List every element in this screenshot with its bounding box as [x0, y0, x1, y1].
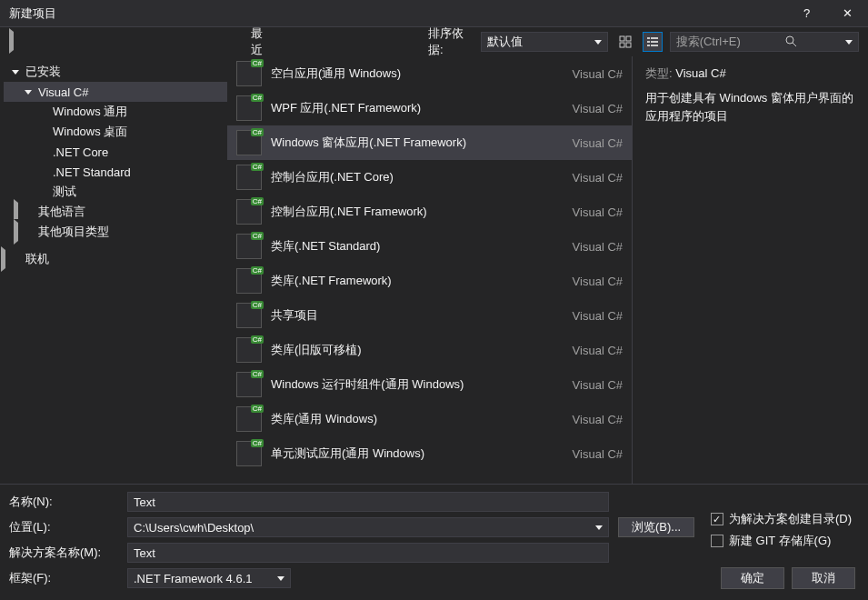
template-item[interactable]: 控制台应用(.NET Core)Visual C# [227, 160, 632, 195]
tree-child[interactable]: Windows 桌面 [4, 122, 227, 142]
sort-dropdown[interactable]: 默认值 [481, 32, 608, 52]
top-bar: 最近 排序依据: 默认值 搜索(Ctrl+E) [0, 27, 868, 56]
template-item[interactable]: WPF 应用(.NET Framework)Visual C# [227, 91, 632, 125]
template-item[interactable]: 类库(通用 Windows)Visual C# [227, 402, 632, 436]
template-item[interactable]: Windows 运行时组件(通用 Windows)Visual C# [227, 367, 632, 402]
help-button[interactable]: ? [786, 0, 827, 27]
template-lang: Visual C# [573, 275, 623, 288]
template-item[interactable]: Windows 窗体应用(.NET Framework)Visual C# [227, 125, 632, 160]
location-label: 位置(L): [9, 519, 127, 535]
template-name: Windows 窗体应用(.NET Framework) [271, 135, 564, 151]
tree-child[interactable]: Windows 通用 [4, 102, 227, 122]
template-item[interactable]: 单元测试应用(通用 Windows)Visual C# [227, 436, 632, 471]
title-bar: 新建项目 ? ✕ [0, 0, 868, 27]
tree-installed[interactable]: 已安装 [4, 62, 227, 82]
solution-label: 解决方案名称(M): [9, 545, 127, 561]
template-name: Windows 运行时组件(通用 Windows) [271, 376, 564, 393]
tree-other-type[interactable]: 其他项目类型 [4, 222, 227, 242]
template-item[interactable]: 共享项目Visual C# [227, 298, 632, 333]
template-icon [236, 165, 262, 190]
template-icon [236, 130, 262, 155]
template-icon [236, 199, 262, 225]
tree-child[interactable]: .NET Standard [4, 162, 227, 182]
location-field[interactable]: C:\Users\cwh\Desktop\ [127, 517, 609, 537]
svg-rect-1 [626, 36, 631, 41]
view-list-button[interactable] [643, 32, 663, 52]
template-item[interactable]: 类库(.NET Framework)Visual C# [227, 264, 632, 298]
template-lang: Visual C# [573, 67, 623, 81]
template-name: 类库(通用 Windows) [271, 411, 564, 427]
template-item[interactable]: 类库(旧版可移植)Visual C# [227, 333, 632, 367]
sort-label: 排序依据: [428, 25, 474, 58]
type-value: Visual C# [675, 66, 725, 80]
name-label: 名称(N): [9, 494, 127, 510]
template-lang: Visual C# [573, 344, 623, 357]
chevron-down-icon [277, 576, 284, 581]
svg-rect-7 [651, 41, 658, 43]
template-name: 类库(.NET Framework) [271, 273, 564, 289]
template-icon [236, 406, 262, 432]
template-item[interactable]: 空白应用(通用 Windows)Visual C# [227, 56, 632, 91]
template-name: 类库(.NET Standard) [271, 238, 564, 255]
chevron-down-icon [25, 90, 32, 95]
template-name: 共享项目 [271, 307, 564, 324]
chevron-right-icon [9, 28, 245, 54]
template-name: 单元测试应用(通用 Windows) [271, 445, 564, 462]
solution-field[interactable]: Text [127, 543, 609, 563]
template-lang: Visual C# [573, 240, 623, 254]
template-name: 空白应用(通用 Windows) [271, 65, 564, 82]
svg-rect-4 [647, 37, 650, 39]
template-lang: Visual C# [573, 378, 623, 392]
tree-child[interactable]: .NET Core [4, 142, 227, 162]
search-input[interactable]: 搜索(Ctrl+E) [670, 32, 859, 52]
type-label: 类型: [645, 66, 673, 80]
svg-rect-0 [620, 36, 624, 41]
framework-dropdown[interactable]: .NET Framework 4.6.1 [127, 568, 291, 588]
template-name: 控制台应用(.NET Framework) [271, 204, 564, 220]
template-lang: Visual C# [573, 447, 623, 461]
chevron-down-icon [12, 70, 19, 75]
checkbox-icon: ✓ [711, 513, 723, 525]
sidebar: 已安装 Visual C# Windows 通用Windows 桌面.NET C… [0, 56, 227, 484]
detail-panel: 类型: Visual C# 用于创建具有 Windows 窗体用户界面的应用程序… [632, 56, 868, 484]
name-field[interactable]: Text [127, 492, 609, 512]
search-icon [784, 35, 797, 50]
template-description: 用于创建具有 Windows 窗体用户界面的应用程序的项目 [645, 89, 855, 125]
close-button[interactable]: ✕ [827, 0, 868, 27]
recent-link[interactable]: 最近 [9, 25, 263, 58]
cancel-button[interactable]: 取消 [792, 567, 855, 589]
create-dir-checkbox[interactable]: ✓ 为解决方案创建目录(D) [711, 511, 852, 527]
template-icon [236, 61, 262, 86]
chevron-down-icon [845, 40, 853, 45]
template-lang: Visual C# [573, 205, 623, 219]
svg-rect-5 [651, 37, 658, 39]
template-item[interactable]: 控制台应用(.NET Framework)Visual C# [227, 195, 632, 229]
svg-line-11 [793, 43, 796, 46]
template-lang: Visual C# [573, 413, 623, 426]
window-title: 新建项目 [9, 5, 786, 22]
svg-rect-8 [647, 45, 650, 46]
template-name: 类库(旧版可移植) [271, 342, 564, 358]
template-lang: Visual C# [573, 136, 623, 150]
browse-button[interactable]: 浏览(B)... [618, 517, 694, 537]
tree-online[interactable]: 联机 [4, 249, 227, 269]
ok-button[interactable]: 确定 [721, 567, 784, 589]
framework-label: 框架(F): [9, 570, 127, 586]
template-icon [236, 95, 262, 121]
view-grid-button[interactable] [615, 32, 635, 52]
chevron-down-icon [594, 40, 602, 45]
template-lang: Visual C# [573, 102, 623, 115]
svg-rect-3 [626, 43, 631, 47]
template-list[interactable]: 空白应用(通用 Windows)Visual C#WPF 应用(.NET Fra… [227, 56, 632, 484]
template-item[interactable]: 类库(.NET Standard)Visual C# [227, 229, 632, 264]
add-git-checkbox[interactable]: 新建 GIT 存储库(G) [711, 533, 852, 549]
template-icon [236, 441, 262, 466]
svg-point-10 [786, 36, 793, 44]
template-name: 控制台应用(.NET Core) [271, 169, 564, 185]
svg-rect-2 [620, 43, 624, 47]
template-lang: Visual C# [573, 171, 623, 185]
checkbox-icon [711, 535, 723, 547]
template-icon [236, 268, 262, 294]
tree-visual-csharp[interactable]: Visual C# [4, 82, 227, 102]
template-icon [236, 303, 262, 328]
